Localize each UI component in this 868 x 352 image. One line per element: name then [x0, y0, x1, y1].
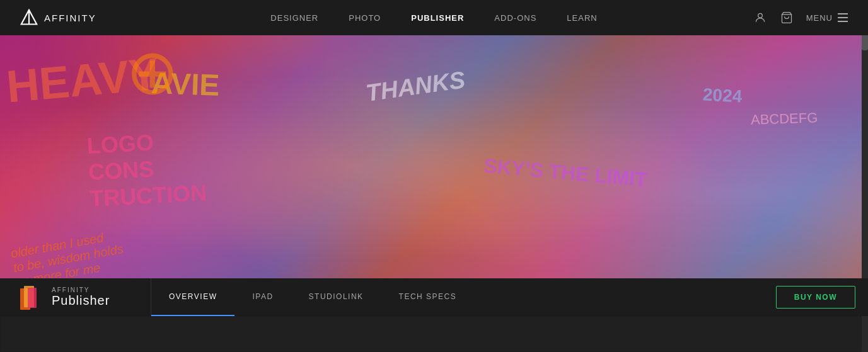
product-name-block: AFFINITY Publisher [52, 287, 110, 308]
product-title: Publisher [52, 293, 110, 308]
main-nav-links: DESIGNER PHOTO PUBLISHER ADD-ONS LEARN [270, 13, 597, 23]
hero-background: HEAVY AVIe LOGOCONSTRUCTION ⊕ thanks 202… [0, 35, 868, 298]
svg-rect-6 [838, 21, 848, 22]
below-fold-preview [0, 316, 868, 352]
hero-image: HEAVY AVIe LOGOCONSTRUCTION ⊕ thanks 202… [0, 35, 868, 298]
hero-art: HEAVY AVIe LOGOCONSTRUCTION ⊕ thanks 202… [0, 35, 868, 298]
svg-point-2 [758, 13, 762, 18]
top-nav: AFFINITY DESIGNER PHOTO PUBLISHER ADD-ON… [0, 0, 868, 35]
hamburger-icon [838, 13, 848, 22]
svg-rect-5 [838, 17, 848, 18]
product-nav-bar: AFFINITY Publisher OVERVIEW IPAD STUDIOL… [0, 278, 868, 316]
nav-learn[interactable]: LEARN [567, 13, 597, 23]
svg-rect-4 [838, 13, 848, 14]
cart-icon[interactable] [780, 11, 794, 25]
nav-photo[interactable]: PHOTO [349, 13, 381, 23]
tab-tech-specs[interactable]: TECH SPECS [381, 278, 475, 316]
nav-designer[interactable]: DESIGNER [270, 13, 318, 23]
buy-now-button[interactable]: BUY NOW [776, 286, 855, 309]
product-tabs: OVERVIEW IPAD STUDIOLINK TECH SPECS BUY … [151, 278, 868, 316]
nav-right-controls: MENU [753, 11, 848, 25]
publisher-logo-icon [19, 285, 44, 310]
svg-rect-11 [28, 288, 37, 308]
tab-studiolink[interactable]: STUDIOLINK [291, 278, 381, 316]
nav-addons[interactable]: ADD-ONS [494, 13, 536, 23]
affinity-logo-icon [20, 9, 38, 26]
brand-name: AFFINITY [44, 13, 96, 23]
user-icon[interactable] [753, 11, 767, 25]
product-brand[interactable]: AFFINITY Publisher [0, 278, 151, 316]
brand-logo[interactable]: AFFINITY [20, 9, 96, 26]
nav-publisher[interactable]: PUBLISHER [411, 13, 464, 23]
menu-label: MENU [806, 13, 833, 23]
tab-ipad[interactable]: IPAD [234, 278, 291, 316]
product-affinity-label: AFFINITY [52, 287, 110, 293]
hamburger-menu[interactable]: MENU [806, 13, 848, 23]
tab-overview[interactable]: OVERVIEW [151, 278, 234, 316]
